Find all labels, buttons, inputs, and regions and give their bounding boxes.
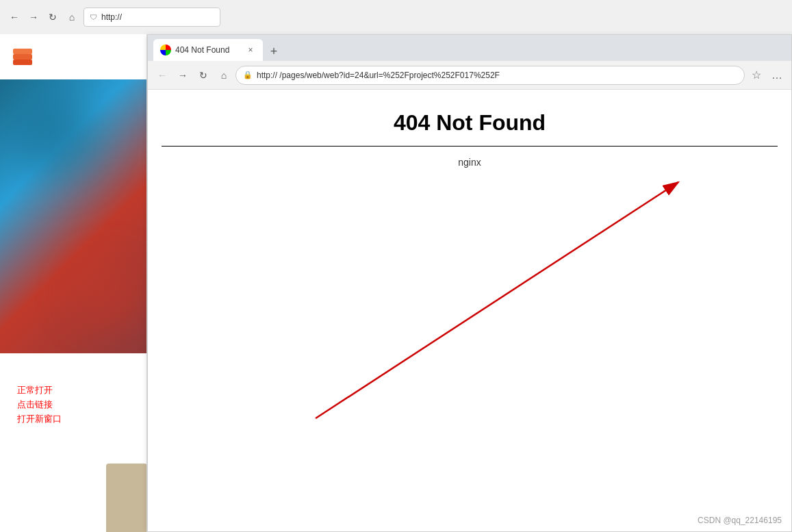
inner-tab-bar: 404 Not Found × + [148, 35, 791, 61]
content-divider [162, 146, 778, 147]
browser-tab-active[interactable]: 404 Not Found × [153, 39, 263, 61]
outer-address-text: http:// [101, 12, 122, 22]
svg-rect-2 [13, 49, 32, 54]
annotation-line3: 打开新窗口 [17, 412, 62, 427]
outer-browser: ← → ↻ ⌂ 🛡 http:// 正常打开 点击链接 打开新窗口 [0, 0, 792, 532]
inner-shield-icon: 🔒 [243, 71, 253, 79]
sidebar-logo [0, 34, 146, 79]
inner-browser-window: 404 Not Found × + ← → ↻ ⌂ 🔒 http:// /pag… [147, 34, 792, 532]
outer-reload-btn[interactable]: ↻ [45, 10, 60, 25]
inner-address-bar[interactable]: 🔒 http:// /pages/web/web?id=24&url=%252F… [235, 66, 745, 85]
outer-toolbar: ← → ↻ ⌂ 🛡 http:// [0, 0, 792, 34]
tab-favicon-icon [160, 45, 171, 55]
bookmark-star-button[interactable]: ☆ [748, 66, 765, 84]
csdn-watermark: CSDN @qq_22146195 [698, 516, 782, 525]
bottom-thumbnail [106, 464, 147, 532]
inner-page-content: 404 Not Found nginx [148, 90, 791, 188]
inner-home-button[interactable]: ⌂ [215, 66, 233, 84]
outer-back-btn[interactable]: ← [7, 10, 22, 25]
left-sidebar: 正常打开 点击链接 打开新窗口 [0, 34, 147, 532]
inner-toolbar: ← → ↻ ⌂ 🔒 http:// /pages/web/web?id=24&u… [148, 61, 791, 90]
annotation-line2: 点击链接 [17, 398, 62, 412]
svg-rect-1 [13, 54, 32, 60]
outer-forward-btn[interactable]: → [26, 10, 41, 25]
tab-title: 404 Not Found [175, 45, 229, 55]
sidebar-background-image [0, 79, 147, 353]
outer-address-bar[interactable]: 🛡 http:// [84, 8, 220, 27]
inner-reload-button[interactable]: ↻ [194, 66, 212, 84]
inner-back-button[interactable]: ← [153, 66, 171, 84]
outer-home-btn[interactable]: ⌂ [64, 10, 79, 25]
browser-menu-button[interactable]: … [768, 66, 786, 84]
svg-line-4 [316, 182, 678, 418]
outer-shield-icon: 🛡 [90, 13, 97, 21]
inner-forward-button[interactable]: → [174, 66, 192, 84]
app-logo-icon [10, 45, 35, 69]
tab-close-button[interactable]: × [245, 45, 256, 55]
error-heading: 404 Not Found [162, 110, 778, 136]
server-name-text: nginx [162, 157, 778, 168]
svg-rect-0 [13, 60, 32, 65]
new-tab-button[interactable]: + [264, 42, 283, 61]
annotation-line1: 正常打开 [17, 383, 62, 398]
inner-address-text: http:// /pages/web/web?id=24&url=%252Fpr… [257, 71, 500, 80]
annotation-block: 正常打开 点击链接 打开新窗口 [17, 383, 62, 426]
